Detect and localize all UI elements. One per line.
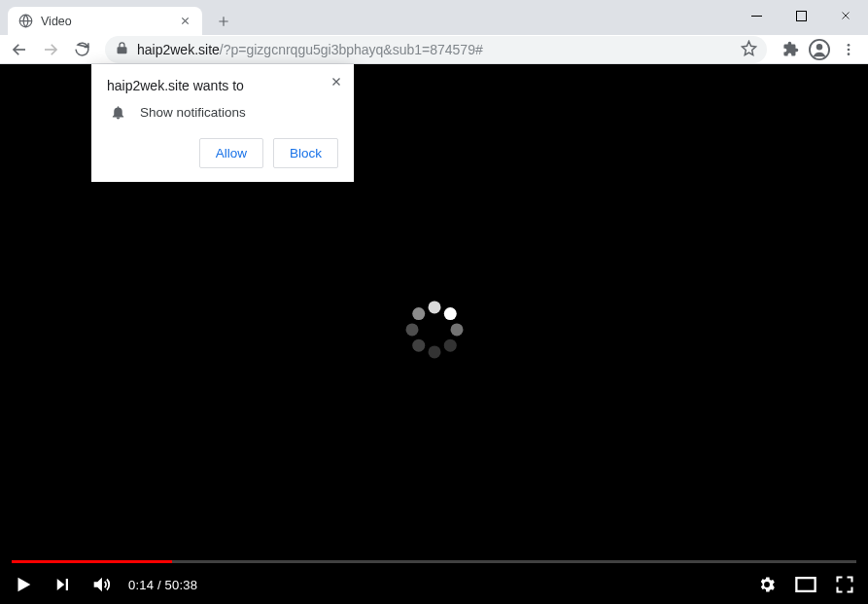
bell-icon [109,103,126,121]
svg-point-3 [816,44,822,50]
settings-gear-icon[interactable] [755,573,779,596]
titlebar: Video [0,0,868,35]
popup-close-icon[interactable] [327,72,346,91]
spinner-dot [405,323,418,336]
elapsed-time: 0:14 [128,578,154,592]
block-button[interactable]: Block [273,138,338,168]
progress-track[interactable] [12,560,856,563]
timecode: 0:14 / 50:38 [128,578,197,592]
reload-button[interactable] [68,36,95,63]
player-controls: 0:14 / 50:38 [0,565,868,604]
window-controls [734,0,868,31]
menu-dots-icon[interactable] [835,36,862,63]
maximize-button[interactable] [779,0,823,31]
url-domain: haip2wek.site [137,42,220,57]
loading-spinner [403,298,466,360]
close-tab-icon[interactable] [177,14,192,29]
url-text: haip2wek.site/?p=gizgcnrqgu5gi3bphayq&su… [137,42,483,57]
spinner-dot [443,307,456,320]
theater-mode-icon[interactable] [794,573,817,596]
browser-toolbar: haip2wek.site/?p=gizgcnrqgu5gi3bphayq&su… [0,35,868,64]
spinner-dot [428,301,440,313]
total-duration: 50:38 [165,578,198,592]
next-button[interactable] [51,573,74,596]
spinner-dot [450,323,463,336]
svg-point-5 [848,48,851,51]
spinner-dot [443,338,456,351]
new-tab-button[interactable] [212,10,235,33]
svg-point-6 [848,53,851,55]
permission-message: Show notifications [140,105,246,120]
time-separator: / [154,578,164,592]
play-button[interactable] [12,573,35,596]
forward-button[interactable] [37,36,64,63]
svg-rect-7 [796,578,815,591]
close-window-button[interactable] [823,0,868,31]
fullscreen-icon[interactable] [833,573,856,596]
profile-avatar-icon[interactable] [806,36,833,63]
back-button[interactable] [6,36,33,63]
volume-button[interactable] [89,573,113,596]
globe-icon [17,14,33,29]
svg-point-4 [848,44,851,47]
permission-row: Show notifications [107,103,338,121]
notification-permission-popup: haip2wek.site wants to Show notification… [91,64,354,182]
minimize-button[interactable] [734,0,779,31]
spinner-dot [412,307,425,320]
svg-rect-1 [796,11,806,20]
lock-icon [115,41,129,58]
spinner-dot [428,345,440,358]
toolbar-right-icons [777,36,862,63]
allow-button[interactable]: Allow [199,138,263,168]
bookmark-star-icon[interactable] [741,40,757,59]
url-path: /?p=gizgcnrqgu5gi3bphayq&sub1=874579# [220,42,483,57]
progress-played [12,560,172,563]
spinner-dot [412,338,425,351]
extensions-icon[interactable] [777,36,804,63]
permission-title: haip2wek.site wants to [107,78,338,93]
browser-tab[interactable]: Video [8,7,202,35]
tab-title: Video [41,15,72,28]
address-bar[interactable]: haip2wek.site/?p=gizgcnrqgu5gi3bphayq&su… [105,36,767,63]
page-content: 0:14 / 50:38 haip2wek.site wants to Show… [0,64,868,604]
